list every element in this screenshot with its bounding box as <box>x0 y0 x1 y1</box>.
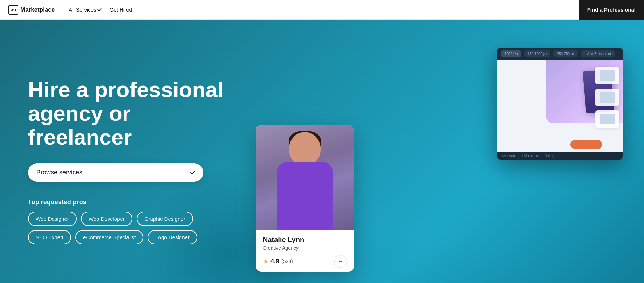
bp-panel-inner-2 <box>600 92 615 103</box>
tag-logo-designer[interactable]: Logo Designer <box>148 230 197 244</box>
get-hired-nav-link[interactable]: Get Hired <box>107 5 135 15</box>
profile-card: Natalie Lynn Creative Agency ★ 4.9 (523)… <box>256 125 354 272</box>
rating-count: (523) <box>281 258 293 264</box>
profile-card-info: Natalie Lynn Creative Agency ★ 4.9 (523)… <box>256 230 354 272</box>
profile-role: Creative Agency <box>263 245 347 251</box>
product-platform <box>570 140 602 149</box>
all-services-nav-link[interactable]: All Services <box>66 5 104 15</box>
tag-web-developer[interactable]: Web Developer <box>81 212 132 226</box>
tag-web-designer[interactable]: Web Designer <box>28 212 77 226</box>
profile-name: Natalie Lynn <box>263 236 347 244</box>
nav-links: All Services Get Hired <box>66 5 135 15</box>
tag-seo-expert[interactable]: SEO Expert <box>28 230 71 244</box>
editor-canvas <box>497 60 623 159</box>
chevron-down-icon <box>97 7 101 11</box>
person-figure <box>266 129 343 230</box>
tags-row-2: SEO Expert eCommerce Specialist Logo Des… <box>28 230 238 244</box>
code-snippet-bar: wixSeo.setStructuredData( <box>497 152 623 160</box>
bp-1000up: 1000 Up <box>501 50 521 57</box>
logo[interactable]: wix Marketplace <box>8 5 55 15</box>
profile-rating-row: ★ 4.9 (523) → <box>263 255 347 268</box>
browse-services-dropdown[interactable]: Browse services <box>28 163 203 182</box>
rating-left: ★ 4.9 (523) <box>263 257 293 265</box>
hero-section: Hire a professional agency or freelancer… <box>0 20 644 283</box>
bp-panel-inner-1 <box>600 70 615 81</box>
editor-topbar: 1000 Up 750-1000 px 250-750 px + Add Bre… <box>497 48 623 60</box>
bp-panels <box>595 67 619 128</box>
tag-graphic-designer[interactable]: Graphic Designer <box>137 212 193 226</box>
star-icon: ★ <box>263 257 268 265</box>
bp-panel-2 <box>595 89 619 106</box>
tag-ecommerce-specialist[interactable]: eCommerce Specialist <box>75 230 143 244</box>
top-requested-label: Top requested pros <box>28 199 238 206</box>
browse-chevron-icon <box>190 170 195 174</box>
bp-750-1000: 750-1000 px <box>524 50 551 57</box>
bp-add[interactable]: + Add Breakpoint <box>581 50 614 57</box>
bp-panel-3 <box>595 110 619 128</box>
tags-row-1: Web Designer Web Developer Graphic Desig… <box>28 212 238 226</box>
bp-250-750: 250-750 px <box>553 50 578 57</box>
bp-panel-inner-3 <box>600 114 615 124</box>
profile-next-button[interactable]: → <box>334 255 347 268</box>
wix-logo-icon: wix <box>8 5 18 15</box>
find-professional-button[interactable]: Find a Professional <box>579 0 644 20</box>
hero-illustration: Natalie Lynn Creative Agency ★ 4.9 (523)… <box>238 41 616 283</box>
hero-heading: Hire a professional agency or freelancer <box>28 78 238 150</box>
navbar: wix Marketplace All Services Get Hired F… <box>0 0 644 20</box>
rating-number: 4.9 <box>270 258 279 265</box>
bp-panel-1 <box>595 67 619 84</box>
top-requested-section: Top requested pros Web Designer Web Deve… <box>28 199 238 244</box>
hero-content: Hire a professional agency or freelancer… <box>28 78 238 249</box>
browse-dropdown-label: Browse services <box>36 169 82 176</box>
editor-mockup: 1000 Up 750-1000 px 250-750 px + Add Bre… <box>497 48 623 160</box>
person-body <box>277 162 333 230</box>
profile-card-image <box>256 125 354 230</box>
marketplace-label: Marketplace <box>20 6 55 13</box>
person-head <box>289 132 321 165</box>
